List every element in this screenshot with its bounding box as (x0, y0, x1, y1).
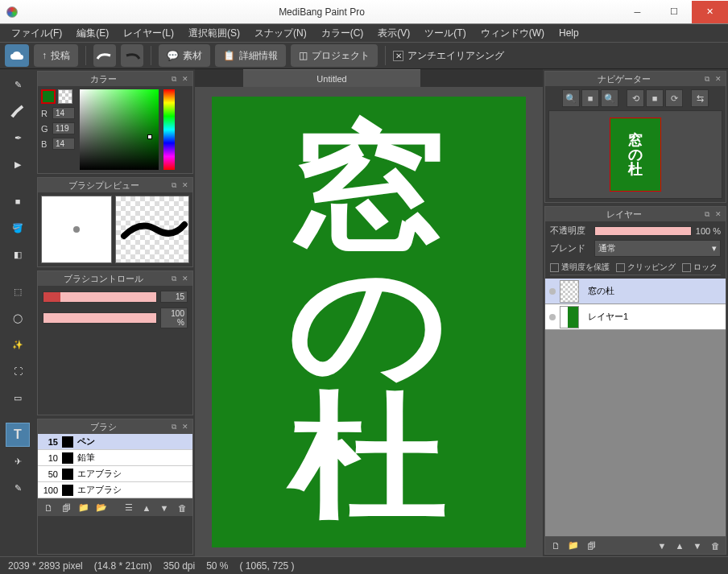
layer-up-icon[interactable]: ▲ (672, 539, 687, 553)
opacity-slider[interactable] (43, 312, 157, 324)
cloud-button[interactable] (5, 44, 29, 67)
panel-close-icon[interactable]: ✕ (714, 209, 723, 219)
menu-file[interactable]: ファイル(F) (6, 25, 67, 42)
panel-detach-icon[interactable]: ⧉ (702, 209, 712, 219)
brush-tip-preview (41, 196, 112, 263)
menu-window[interactable]: ウィンドウ(W) (476, 25, 549, 42)
menu-color[interactable]: カラー(C) (316, 25, 369, 42)
rotate-cw-icon[interactable]: ⟳ (665, 89, 683, 107)
brush-item[interactable]: 50エアブラシ (38, 466, 192, 482)
brush-settings-icon[interactable]: ☰ (122, 501, 136, 515)
add-brush-icon[interactable]: 🗋 (41, 501, 56, 515)
panel-detach-icon[interactable]: ⧉ (169, 422, 179, 432)
navigator-preview[interactable]: 窓の杜 (548, 110, 722, 199)
clipping-checkbox[interactable]: クリッピング (616, 262, 676, 273)
opacity-value[interactable]: 100 % (160, 308, 188, 328)
brush-item[interactable]: 100エアブラシ (38, 482, 192, 498)
preserve-alpha-checkbox[interactable]: 透明度を保護 (550, 262, 610, 273)
dup-layer-icon[interactable]: 🗐 (584, 539, 598, 553)
lock-checkbox[interactable]: ロック (682, 262, 718, 273)
menu-view[interactable]: 表示(V) (373, 25, 415, 42)
antialias-checkbox[interactable]: ✕アンチエイリアシング (393, 49, 504, 63)
menu-tool[interactable]: ツール(T) (420, 25, 470, 42)
zoom-in-icon[interactable]: 🔍 (562, 89, 580, 107)
panel-close-icon[interactable]: ✕ (180, 180, 190, 190)
crop-tool-icon[interactable]: ⛶ (6, 359, 30, 383)
post-button[interactable]: ↑投稿 (34, 44, 78, 67)
document-tab[interactable]: Untitled (243, 69, 420, 87)
shape-tool-icon[interactable]: ▭ (6, 386, 30, 410)
size-value[interactable]: 15 (160, 291, 188, 303)
panel-close-icon[interactable]: ✕ (180, 274, 190, 283)
maximize-button[interactable]: ☐ (656, 1, 692, 23)
layer-opacity-slider[interactable] (594, 226, 692, 236)
panel-detach-icon[interactable]: ⧉ (169, 274, 179, 283)
layer-down-icon[interactable]: ▼ (690, 539, 705, 553)
seek-tool-icon[interactable]: ✈ (6, 449, 30, 473)
layer-visibility-icon[interactable] (545, 288, 560, 295)
menu-layer[interactable]: レイヤー(L) (118, 25, 179, 42)
g-input[interactable]: 119 (52, 122, 75, 134)
merge-down-icon[interactable]: ▼ (655, 539, 669, 553)
b-input[interactable]: 14 (52, 138, 75, 150)
panel-detach-icon[interactable]: ⧉ (702, 74, 712, 84)
reset-rotate-icon[interactable]: ■ (646, 89, 664, 107)
rotate-ccw-icon[interactable]: ⟲ (627, 89, 644, 107)
pencil-tool-icon[interactable]: ✎ (6, 72, 30, 97)
lasso-tool-icon[interactable]: ◯ (6, 306, 30, 330)
menu-select[interactable]: 選択範囲(S) (184, 25, 245, 42)
panel-detach-icon[interactable]: ⧉ (169, 74, 179, 84)
panel-close-icon[interactable]: ✕ (714, 74, 723, 84)
project-button[interactable]: ◫プロジェクト (291, 44, 378, 67)
brush-control-panel: ブラシコントロール⧉✕ 15 100 % (37, 270, 193, 415)
foreground-swatch[interactable] (41, 89, 56, 104)
fit-icon[interactable]: ■ (581, 89, 599, 107)
panel-detach-icon[interactable]: ⧉ (169, 180, 179, 190)
wand-tool-icon[interactable]: ✨ (6, 332, 30, 357)
add-folder-icon[interactable]: 📁 (566, 539, 581, 553)
panel-close-icon[interactable]: ✕ (180, 422, 190, 432)
minimize-button[interactable]: ─ (619, 1, 656, 23)
fill-tool-icon[interactable]: ■ (6, 189, 30, 213)
color-field[interactable] (80, 89, 159, 170)
brush-down-icon[interactable]: ▼ (157, 501, 172, 515)
eyedrop-tool-icon[interactable]: ✎ (6, 476, 30, 500)
material-button[interactable]: 💬素材 (159, 44, 210, 67)
pen-tool-icon[interactable]: ✒ (6, 126, 30, 150)
menu-edit[interactable]: 編集(E) (72, 25, 114, 42)
detail-button[interactable]: 📋詳細情報 (215, 44, 286, 67)
bucket-tool-icon[interactable]: 🪣 (6, 216, 30, 240)
blend-mode-select[interactable]: 通常▾ (594, 240, 721, 257)
layer-visibility-icon[interactable] (545, 314, 560, 320)
menu-help[interactable]: Help (554, 26, 584, 40)
brush-item[interactable]: 15ペン (38, 434, 192, 450)
delete-brush-icon[interactable]: 🗑 (175, 501, 189, 515)
zoom-out-icon[interactable]: 🔍 (601, 89, 618, 107)
close-button[interactable]: ✕ (692, 1, 728, 23)
hue-slider[interactable] (163, 89, 175, 170)
layer-item[interactable]: 窓の杜 (545, 279, 726, 304)
panel-close-icon[interactable]: ✕ (180, 74, 190, 84)
add-layer-icon[interactable]: 🗋 (548, 539, 563, 553)
brush-item[interactable]: 10鉛筆 (38, 450, 192, 466)
folder-brush-icon[interactable]: 📁 (77, 501, 91, 515)
redo-button[interactable] (121, 44, 143, 67)
brush-tool-icon[interactable] (6, 99, 30, 123)
gradient-tool-icon[interactable]: ◧ (6, 242, 30, 266)
rect-select-tool-icon[interactable]: ⬚ (6, 279, 30, 304)
size-slider[interactable] (43, 291, 157, 303)
r-input[interactable]: 14 (52, 107, 75, 119)
brush-up-icon[interactable]: ▲ (139, 501, 154, 515)
background-swatch[interactable] (58, 89, 72, 104)
dup-brush-icon[interactable]: 🗐 (59, 501, 73, 515)
undo-button[interactable] (93, 44, 116, 67)
layer-item[interactable]: レイヤー1 (545, 304, 726, 330)
text-tool-icon[interactable]: T (6, 423, 30, 447)
move-tool-icon[interactable]: ▶ (6, 152, 30, 176)
menu-snap[interactable]: スナップ(N) (250, 25, 312, 42)
delete-layer-icon[interactable]: 🗑 (708, 539, 722, 553)
layer-list: 窓の杜 レイヤー1 (545, 279, 726, 536)
flip-icon[interactable]: ⇆ (691, 89, 709, 107)
canvas[interactable]: 窓 の 杜 (195, 87, 543, 556)
folder2-brush-icon[interactable]: 📂 (94, 501, 109, 515)
